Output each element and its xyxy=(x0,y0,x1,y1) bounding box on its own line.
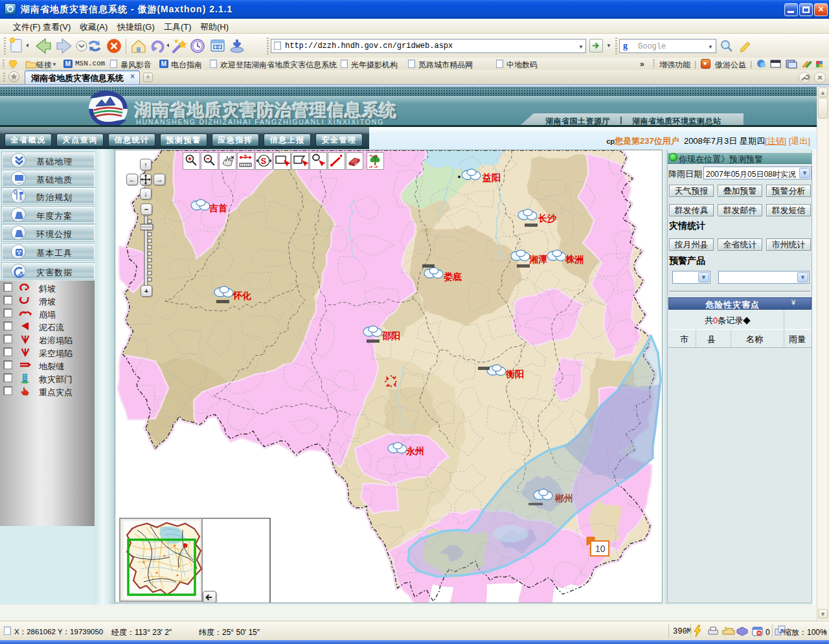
svg-text:0: 0 xyxy=(766,628,770,637)
svg-text:?: ? xyxy=(244,154,247,160)
svg-text:10: 10 xyxy=(595,544,606,554)
svg-text:S: S xyxy=(261,156,267,166)
